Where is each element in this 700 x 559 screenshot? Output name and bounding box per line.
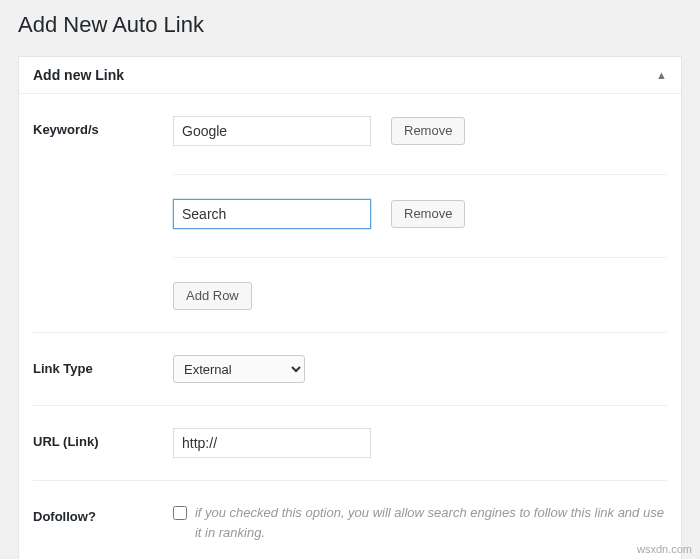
dofollow-help-text: if you checked this option, you will all… [195,503,667,542]
page-title: Add New Auto Link [0,0,700,56]
link-type-content: External [173,355,667,383]
keywords-label: Keyword/s [33,116,173,137]
link-type-label: Link Type [33,355,173,376]
dofollow-content: if you checked this option, you will all… [173,503,667,542]
remove-button[interactable]: Remove [391,117,465,145]
field-link-type: Link Type External [33,332,667,405]
keyword-input[interactable] [173,116,371,146]
url-label: URL (Link) [33,428,173,449]
keyword-input[interactable] [173,199,371,229]
dofollow-label: Dofollow? [33,503,173,524]
field-url: URL (Link) [33,405,667,480]
link-type-select[interactable]: External [173,355,305,383]
url-content [173,428,667,458]
keywords-content: Remove Remove Add Row [173,116,667,310]
remove-button[interactable]: Remove [391,200,465,228]
add-row-button[interactable]: Add Row [173,282,252,310]
watermark: wsxdn.com [637,543,692,555]
field-keywords: Keyword/s Remove Remove Add Row [33,94,667,332]
keyword-row: Remove [173,199,667,258]
field-dofollow: Dofollow? if you checked this option, yo… [33,480,667,559]
url-input[interactable] [173,428,371,458]
dofollow-checkbox[interactable] [173,505,187,521]
keyword-row: Remove [173,116,667,175]
settings-panel: Add new Link ▲ Keyword/s Remove Remove [18,56,682,559]
panel-header[interactable]: Add new Link ▲ [19,57,681,94]
collapse-icon: ▲ [656,69,667,81]
panel-body: Keyword/s Remove Remove Add Row [19,94,681,559]
panel-header-title: Add new Link [33,67,124,83]
